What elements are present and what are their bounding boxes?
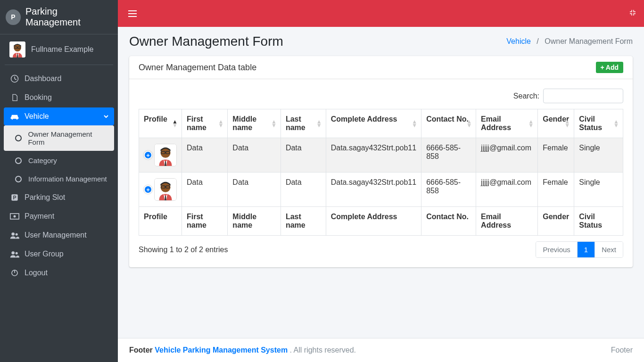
page-next[interactable]: Next	[595, 242, 623, 257]
sidebar-item-label: Logout	[25, 269, 48, 277]
user-name: Fullname Example	[31, 45, 94, 54]
sidebar-item-booking[interactable]: Booking	[4, 89, 114, 107]
brand-logo: P	[6, 9, 21, 25]
sidebar-item-payment[interactable]: Payment	[4, 207, 114, 225]
sort-icon: ▲▼	[218, 120, 223, 127]
sidebar-item-label: Payment	[25, 212, 54, 221]
foot-first-name: First name	[182, 207, 228, 236]
sort-icon: ▲▼	[564, 120, 570, 127]
sidebar-item-label: Information Management	[28, 175, 107, 183]
breadcrumb: Vehicle / Owner Management Form	[506, 37, 633, 46]
sort-icon: ▲▼	[613, 120, 619, 127]
fullscreen-toggle[interactable]	[629, 9, 636, 18]
brand-title: Parking Management	[25, 6, 112, 28]
data-card: Owner Management Data table + Add Search…	[129, 56, 633, 267]
col-address[interactable]: Complete Address▲▼	[326, 109, 421, 138]
sidebar-item-label: Parking Slot	[25, 193, 65, 202]
foot-middle-name: Middle name	[228, 207, 281, 236]
table-row: + Data Data Data Data.sagay432Strt.pob11…	[139, 173, 623, 207]
cell-first-name: Data	[182, 173, 228, 207]
sidebar-item-dashboard[interactable]: Dashboard	[4, 70, 114, 88]
search-row: Search:	[139, 89, 623, 103]
page-1[interactable]: 1	[578, 242, 595, 257]
cell-civil-status: Single	[574, 138, 623, 173]
col-last-name[interactable]: Last name▲▼	[281, 109, 326, 138]
cell-contact: 6666-585-858	[421, 138, 476, 173]
cell-last-name: Data	[281, 173, 326, 207]
svg-point-13	[16, 233, 18, 236]
add-button-label: Add	[606, 64, 619, 71]
search-label: Search:	[513, 92, 539, 100]
sidebar: P Parking Management Fullname Example Da…	[0, 0, 118, 362]
sidebar-item-parking-slot[interactable]: P Parking Slot	[4, 189, 114, 206]
content-header: Owner Management Form Vehicle / Owner Ma…	[118, 27, 644, 56]
col-civil-status[interactable]: Civil Status▲▼	[574, 109, 623, 138]
col-first-name[interactable]: First name▲▼	[182, 109, 228, 138]
cell-address: Data.sagay432Strt.pob11	[326, 173, 421, 207]
power-icon	[9, 269, 20, 277]
sidebar-item-information-management[interactable]: Information Management	[4, 170, 114, 188]
user-panel[interactable]: Fullname Example	[5, 34, 113, 65]
row-expand-button[interactable]: +	[144, 151, 152, 159]
svg-point-15	[16, 252, 18, 255]
svg-point-12	[11, 232, 15, 236]
sort-icon: ▲▼	[271, 120, 277, 127]
sidebar-item-vehicle[interactable]: Vehicle	[4, 107, 114, 125]
card-header: Owner Management Data table + Add	[129, 56, 633, 79]
sort-icon: ▲▼	[466, 120, 472, 127]
menu-toggle[interactable]	[125, 10, 140, 17]
table-header-row: Profile▲▼ First name▲▼ Middle name▲▼ Las…	[139, 109, 623, 138]
compress-icon	[629, 9, 636, 16]
users-icon	[9, 250, 20, 258]
svg-point-6	[11, 118, 13, 119]
foot-gender: Gender	[538, 207, 574, 236]
sidebar-item-label: User Management	[25, 231, 87, 239]
sort-icon: ▲▼	[316, 120, 322, 127]
foot-address: Complete Address	[326, 207, 421, 236]
pagination: Previous 1 Next	[536, 241, 623, 258]
cell-last-name: Data	[281, 138, 326, 173]
col-contact[interactable]: Contact No.▲▼	[421, 109, 476, 138]
foot-profile: Profile	[139, 207, 182, 236]
sidebar-item-category[interactable]: Category	[4, 152, 114, 169]
col-profile[interactable]: Profile▲▼	[139, 109, 182, 138]
table-controls: Showing 1 to 2 of 2 entries Previous 1 N…	[139, 241, 623, 258]
table-footer-row: Profile First name Middle name Last name…	[139, 207, 623, 236]
add-button[interactable]: + Add	[596, 62, 623, 73]
sidebar-item-label: User Group	[25, 250, 64, 258]
row-expand-button[interactable]: +	[144, 185, 152, 194]
cell-email: jjjjj@gmail.com	[476, 173, 538, 207]
sidebar-item-label: Dashboard	[25, 74, 61, 83]
brand[interactable]: P Parking Management	[0, 0, 118, 34]
col-email[interactable]: Email Address▲▼	[476, 109, 538, 138]
file-icon	[9, 93, 20, 102]
sort-icon: ▲▼	[172, 120, 178, 127]
hamburger-icon	[128, 13, 137, 14]
parking-icon: P	[9, 194, 20, 201]
circle-icon	[13, 176, 24, 182]
footer-link[interactable]: Vehicle Parking Management System	[155, 346, 289, 354]
foot-email: Email Address	[476, 207, 538, 236]
breadcrumb-link-vehicle[interactable]: Vehicle	[506, 37, 531, 45]
cell-civil-status: Single	[574, 173, 623, 207]
circle-icon	[13, 135, 23, 141]
cell-profile: +	[139, 173, 182, 207]
col-gender[interactable]: Gender▲▼	[538, 109, 574, 138]
svg-point-7	[16, 118, 17, 119]
car-icon	[9, 113, 20, 120]
search-input[interactable]	[543, 89, 623, 103]
cell-first-name: Data	[182, 138, 228, 173]
sidebar-item-logout[interactable]: Logout	[4, 264, 114, 282]
svg-point-14	[11, 251, 15, 255]
sidebar-item-user-group[interactable]: User Group	[4, 245, 114, 263]
sidebar-item-owner-management[interactable]: Owner Management Form	[4, 125, 114, 151]
cell-gender: Female	[538, 138, 574, 173]
sort-icon: ▲▼	[412, 120, 417, 127]
col-middle-name[interactable]: Middle name▲▼	[228, 109, 281, 138]
page-prev[interactable]: Previous	[536, 242, 577, 257]
cell-gender: Female	[538, 173, 574, 207]
users-icon	[9, 231, 20, 239]
sidebar-item-user-management[interactable]: User Management	[4, 226, 114, 244]
cell-address: Data.sagay432Strt.pob11	[326, 138, 421, 173]
plus-icon: +	[601, 64, 604, 71]
